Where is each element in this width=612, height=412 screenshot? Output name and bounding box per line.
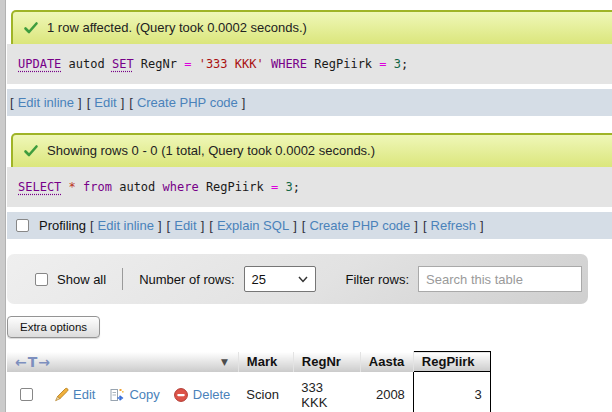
copy-action-label[interactable]: Copy bbox=[129, 387, 159, 402]
row-select-checkbox[interactable] bbox=[20, 388, 33, 401]
success-message-banner: 1 row affected. (Query took 0.0002 secon… bbox=[11, 10, 612, 44]
bracket: ] bbox=[158, 218, 162, 233]
edit-inline-link[interactable]: [Edit inline] bbox=[90, 218, 162, 233]
success-message-banner: Showing rows 0 - 0 (1 total, Query took … bbox=[11, 133, 612, 167]
cell-regnr[interactable]: 333 KKK bbox=[293, 372, 360, 412]
create-php-code-link-text[interactable]: Create PHP code bbox=[305, 218, 414, 233]
bracket: ] bbox=[201, 218, 205, 233]
delete-action-label[interactable]: Delete bbox=[193, 387, 231, 402]
delete-row-action[interactable]: Delete bbox=[173, 387, 231, 403]
chevron-down-icon bbox=[298, 276, 308, 283]
pencil-icon bbox=[53, 387, 69, 403]
filter-rows-input[interactable] bbox=[418, 266, 582, 292]
table-row: Edit Copy bbox=[7, 372, 490, 412]
explain-sql-link[interactable]: [Explain SQL] bbox=[209, 218, 297, 233]
show-all-control[interactable]: Show all bbox=[35, 272, 106, 287]
filter-rows-label: Filter rows: bbox=[346, 272, 410, 287]
success-message-text: 1 row affected. (Query took 0.0002 secon… bbox=[47, 20, 307, 36]
column-header-regpiirk[interactable]: RegPiirk bbox=[413, 352, 490, 372]
panel-edge-strip[interactable] bbox=[0, 0, 6, 412]
explain-sql-link-text[interactable]: Explain SQL bbox=[213, 218, 293, 233]
column-header-aasta[interactable]: Aasta bbox=[360, 352, 413, 372]
profiling-checkbox[interactable] bbox=[16, 219, 29, 232]
show-all-label: Show all bbox=[57, 272, 106, 287]
bracket: ] bbox=[293, 218, 297, 233]
edit-row-action[interactable]: Edit bbox=[53, 387, 95, 403]
bracket: ] bbox=[242, 95, 246, 110]
edit-link[interactable]: [Edit] bbox=[167, 218, 205, 233]
edit-inline-link-text[interactable]: Edit inline bbox=[14, 95, 78, 110]
sort-desc-icon[interactable]: ▼ bbox=[221, 357, 228, 367]
success-message-text: Showing rows 0 - 0 (1 total, Query took … bbox=[47, 143, 375, 159]
sql-code: SELECT * from autod where RegPiirk = 3; bbox=[18, 180, 300, 194]
row-actions-cell: Edit Copy bbox=[7, 372, 238, 412]
edit-inline-link[interactable]: [Edit inline] bbox=[10, 95, 82, 110]
divider bbox=[122, 268, 123, 290]
query-actions-row: [Edit inline] [Edit] [Create PHP code] bbox=[7, 89, 612, 116]
edit-link-text[interactable]: Edit bbox=[170, 218, 200, 233]
extra-options-button[interactable]: Extra options bbox=[7, 316, 100, 338]
number-of-rows-select[interactable]: 25 bbox=[244, 266, 316, 292]
results-table: ←T→ ▼ Mark RegNr Aasta RegPiirk bbox=[7, 351, 491, 412]
refresh-link-text[interactable]: Refresh bbox=[427, 218, 481, 233]
sql-query-area: UPDATE autod SET RegNr = '333 KKK' WHERE… bbox=[7, 44, 612, 84]
update-result-group: 1 row affected. (Query took 0.0002 secon… bbox=[7, 10, 612, 116]
number-of-rows-label: Number of rows: bbox=[139, 272, 234, 287]
success-check-icon bbox=[23, 20, 39, 36]
profiling-label: Profiling bbox=[39, 218, 86, 233]
show-all-checkbox[interactable] bbox=[35, 273, 48, 286]
sql-query-area: SELECT * from autod where RegPiirk = 3; bbox=[7, 167, 612, 207]
column-header-mark[interactable]: Mark bbox=[238, 352, 293, 372]
success-check-icon bbox=[23, 143, 39, 159]
results-controls-box: Show all Number of rows: 25 Filter rows: bbox=[7, 254, 588, 304]
bracket: ] bbox=[121, 95, 125, 110]
bracket: ] bbox=[78, 95, 82, 110]
cell-mark[interactable]: Scion bbox=[238, 372, 293, 412]
query-actions-row: Profiling [Edit inline] [Edit] [Explain … bbox=[7, 212, 612, 239]
sql-code: UPDATE autod SET RegNr = '333 KKK' WHERE… bbox=[18, 57, 408, 71]
select-result-group: Showing rows 0 - 0 (1 total, Query took … bbox=[7, 133, 612, 239]
cell-regpiirk[interactable]: 3 bbox=[413, 372, 490, 412]
create-php-code-link-text[interactable]: Create PHP code bbox=[133, 95, 242, 110]
number-of-rows-value: 25 bbox=[252, 272, 266, 287]
column-header-regnr[interactable]: RegNr bbox=[293, 352, 360, 372]
bracket: ] bbox=[414, 218, 418, 233]
delete-icon bbox=[173, 387, 189, 403]
copy-row-action[interactable]: Copy bbox=[109, 387, 159, 403]
create-php-code-link[interactable]: [Create PHP code] bbox=[129, 95, 245, 110]
edit-link-text[interactable]: Edit bbox=[90, 95, 120, 110]
edit-action-label[interactable]: Edit bbox=[73, 387, 95, 402]
query-results-page: 1 row affected. (Query took 0.0002 secon… bbox=[7, 0, 612, 412]
cell-aasta[interactable]: 2008 bbox=[360, 372, 413, 412]
bracket: ] bbox=[480, 218, 484, 233]
create-php-code-link[interactable]: [Create PHP code] bbox=[302, 218, 418, 233]
actions-header-cell: ←T→ ▼ bbox=[7, 352, 238, 372]
edit-inline-link-text[interactable]: Edit inline bbox=[94, 218, 158, 233]
edit-link[interactable]: [Edit] bbox=[87, 95, 125, 110]
copy-icon bbox=[109, 387, 125, 403]
table-header-row: ←T→ ▼ Mark RegNr Aasta RegPiirk bbox=[7, 352, 490, 372]
column-order-icon[interactable]: ←T→ bbox=[15, 354, 51, 370]
refresh-link[interactable]: [Refresh] bbox=[423, 218, 484, 233]
